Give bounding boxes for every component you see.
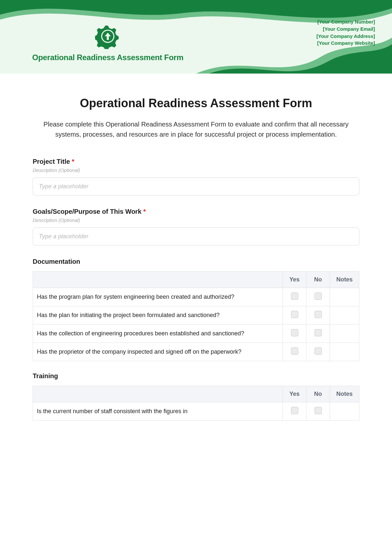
table-row: Has the collection of engineering proced… [33,325,359,343]
question-text: Is the current number of staff consisten… [33,402,283,421]
project-title-sub: Description (Optional) [33,167,359,173]
checkbox-yes[interactable] [291,293,298,300]
notes-cell[interactable] [330,402,359,421]
goals-sub: Description (Optional) [33,217,359,223]
table-row: Has the program plan for system engineer… [33,288,359,306]
field-goals: Goals/Scope/Purpose of This Work * Descr… [33,208,359,245]
checkbox-no[interactable] [315,311,322,318]
project-title-label: Project Title [33,158,70,165]
training-table: Yes No Notes Is the current number of st… [33,386,359,421]
documentation-table: Yes No Notes Has the program plan for sy… [33,271,359,361]
col-notes: Notes [330,386,359,402]
checkbox-yes[interactable] [291,407,298,414]
question-text: Has the plan for initiating the project … [33,306,283,325]
header-branding: Operational Readiness Assessment Form [20,24,196,62]
section-title-training: Training [33,372,359,380]
checkbox-no[interactable] [315,347,322,355]
col-notes: Notes [330,272,359,288]
table-header-row: Yes No Notes [33,386,359,402]
notes-cell[interactable] [330,325,359,343]
checkbox-yes[interactable] [291,311,298,318]
col-yes: Yes [283,386,306,402]
table-header-row: Yes No Notes [33,272,359,288]
goals-label: Goals/Scope/Purpose of This Work [33,208,141,215]
company-email: [Your Company Email] [317,25,375,33]
col-yes: Yes [283,272,306,288]
notes-cell[interactable] [330,343,359,361]
table-row: Has the proprietor of the company inspec… [33,343,359,361]
required-asterisk: * [72,158,74,165]
company-number: [Your Company Number] [317,18,375,25]
form-description: Please complete this Operational Readine… [33,119,359,140]
question-text: Has the proprietor of the company inspec… [33,343,283,361]
notes-cell[interactable] [330,288,359,306]
table-row: Is the current number of staff consisten… [33,402,359,421]
required-asterisk: * [143,208,146,215]
gear-up-arrow-icon [95,24,121,50]
project-title-input[interactable] [33,177,359,195]
company-address: [Your Company Address] [317,33,375,40]
company-info-block: [Your Company Number] [Your Company Emai… [317,18,375,47]
col-no: No [306,386,330,402]
form-body: Operational Readiness Assessment Form Pl… [0,74,392,445]
company-website: [Your Company Website] [317,40,375,47]
checkbox-no[interactable] [315,407,322,414]
section-title-documentation: Documentation [33,258,359,265]
field-project-title: Project Title * Description (Optional) [33,158,359,195]
form-title: Operational Readiness Assessment Form [33,96,359,110]
question-text: Has the collection of engineering proced… [33,325,283,343]
col-no: No [306,272,330,288]
checkbox-yes[interactable] [291,347,298,355]
page-header: Operational Readiness Assessment Form [Y… [0,0,392,74]
header-title: Operational Readiness Assessment Form [20,53,196,62]
checkbox-no[interactable] [315,293,322,300]
goals-input[interactable] [33,227,359,245]
notes-cell[interactable] [330,306,359,325]
question-text: Has the program plan for system engineer… [33,288,283,306]
table-row: Has the plan for initiating the project … [33,306,359,325]
checkbox-no[interactable] [315,329,322,336]
checkbox-yes[interactable] [291,329,298,336]
